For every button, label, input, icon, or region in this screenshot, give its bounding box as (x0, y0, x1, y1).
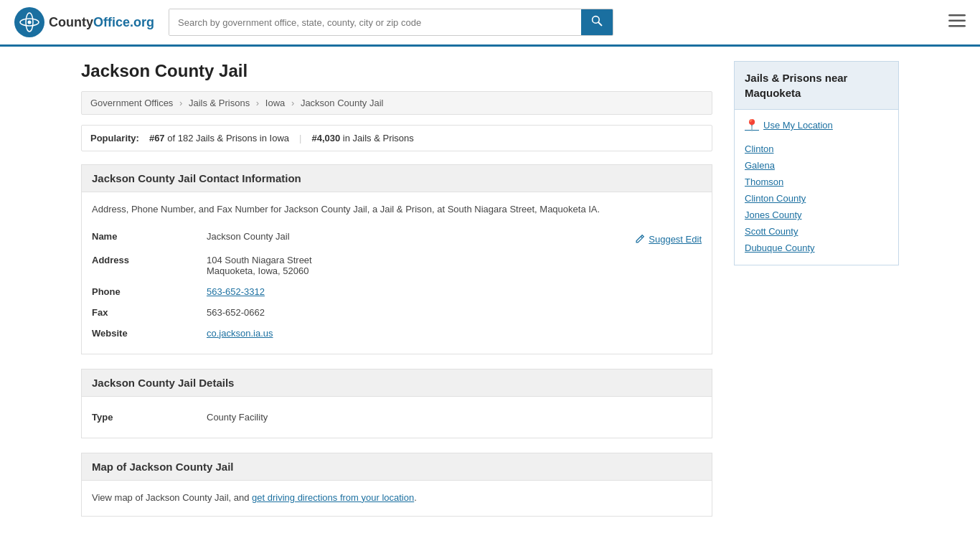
logo-text: CountyOffice.org (49, 15, 154, 30)
fax-row: Fax 563-652-0662 (92, 302, 702, 323)
contact-section-body: Address, Phone Number, and Fax Number fo… (81, 192, 712, 354)
popularity-rank1: #67 of 182 Jails & Prisons in Iowa (149, 133, 289, 143)
map-section-body: View map of Jackson County Jail, and get… (81, 481, 712, 517)
sidebar: Jails & Prisons nearMaquoketa 📍 Use My L… (734, 61, 899, 517)
site-logo[interactable]: CountyOffice.org (14, 7, 154, 37)
content-area: Jackson County Jail Government Offices ›… (81, 61, 712, 517)
page-title: Jackson County Jail (81, 61, 712, 81)
breadcrumb-current[interactable]: Jackson County Jail (301, 98, 384, 108)
sidebar-link-clinton-county[interactable]: Clinton County (745, 190, 888, 207)
fax-label: Fax (92, 302, 207, 323)
svg-rect-7 (948, 20, 966, 22)
type-row: Type County Facility (92, 407, 702, 428)
contact-info-table: Name Jackson County Jail Suggest Edit Ad… (92, 226, 702, 344)
svg-line-5 (598, 22, 601, 25)
address-value: 104 South Niagara Street Maquoketa, Iowa… (207, 250, 702, 281)
use-my-location-label: Use My Location (763, 120, 833, 131)
driving-directions-link[interactable]: get driving directions from your locatio… (252, 492, 414, 503)
sidebar-link-clinton[interactable]: Clinton (745, 141, 888, 157)
contact-section-header: Jackson County Jail Contact Information (81, 164, 712, 192)
address-label: Address (92, 250, 207, 281)
sidebar-header: Jails & Prisons nearMaquoketa (734, 61, 899, 110)
sidebar-body: 📍 Use My Location Clinton Galena Thomson… (734, 110, 899, 265)
search-button[interactable] (581, 9, 613, 35)
svg-point-3 (28, 21, 32, 24)
phone-value: 563-652-3312 (207, 281, 702, 302)
phone-label: Phone (92, 281, 207, 302)
breadcrumb-gov-offices[interactable]: Government Offices (90, 98, 173, 108)
fax-value: 563-652-0662 (207, 302, 702, 323)
popularity-rank2: #4,030 in Jails & Prisons (311, 133, 413, 143)
phone-row: Phone 563-652-3312 (92, 281, 702, 302)
popularity-divider: | (299, 133, 301, 143)
name-row: Name Jackson County Jail Suggest Edit (92, 226, 702, 250)
type-label: Type (92, 407, 207, 428)
name-value: Jackson County Jail Suggest Edit (207, 226, 702, 250)
contact-description: Address, Phone Number, and Fax Number fo… (92, 202, 702, 217)
details-section-header: Jackson County Jail Details (81, 369, 712, 397)
sidebar-link-thomson[interactable]: Thomson (745, 174, 888, 190)
suggest-edit-button[interactable]: Suggest Edit (635, 234, 702, 245)
type-value: County Facility (207, 407, 702, 428)
breadcrumb-jails[interactable]: Jails & Prisons (189, 98, 250, 108)
details-section-body: Type County Facility (81, 397, 712, 438)
search-input[interactable] (169, 9, 581, 35)
name-label: Name (92, 226, 207, 250)
breadcrumb-iowa[interactable]: Iowa (265, 98, 285, 108)
breadcrumb-sep1: › (179, 98, 182, 108)
popularity-label: Popularity: (90, 133, 139, 143)
sidebar-link-galena[interactable]: Galena (745, 157, 888, 174)
website-link[interactable]: co.jackson.ia.us (207, 328, 273, 339)
use-my-location-button[interactable]: 📍 Use My Location (745, 118, 888, 132)
details-info-table: Type County Facility (92, 407, 702, 428)
menu-icon[interactable] (948, 13, 966, 32)
website-label: Website (92, 323, 207, 344)
sidebar-link-scott-county[interactable]: Scott County (745, 223, 888, 240)
popularity-bar: Popularity: #67 of 182 Jails & Prisons i… (81, 125, 712, 151)
search-bar (169, 9, 613, 36)
svg-rect-8 (948, 25, 966, 27)
main-container: Jackson County Jail Government Offices ›… (67, 47, 913, 531)
website-row: Website co.jackson.ia.us (92, 323, 702, 344)
location-pin-icon: 📍 (745, 118, 759, 132)
map-description: View map of Jackson County Jail, and get… (92, 491, 702, 506)
map-section-header: Map of Jackson County Jail (81, 453, 712, 481)
logo-icon (14, 7, 44, 37)
breadcrumb-sep2: › (256, 98, 259, 108)
breadcrumb: Government Offices › Jails & Prisons › I… (81, 91, 712, 115)
breadcrumb-sep3: › (291, 98, 294, 108)
address-row: Address 104 South Niagara Street Maquoke… (92, 250, 702, 281)
site-header: CountyOffice.org (0, 0, 980, 47)
sidebar-link-dubuque-county[interactable]: Dubuque County (745, 240, 888, 256)
sidebar-link-jones-county[interactable]: Jones County (745, 207, 888, 223)
website-value: co.jackson.ia.us (207, 323, 702, 344)
phone-link[interactable]: 563-652-3312 (207, 286, 265, 297)
svg-rect-6 (948, 14, 966, 17)
